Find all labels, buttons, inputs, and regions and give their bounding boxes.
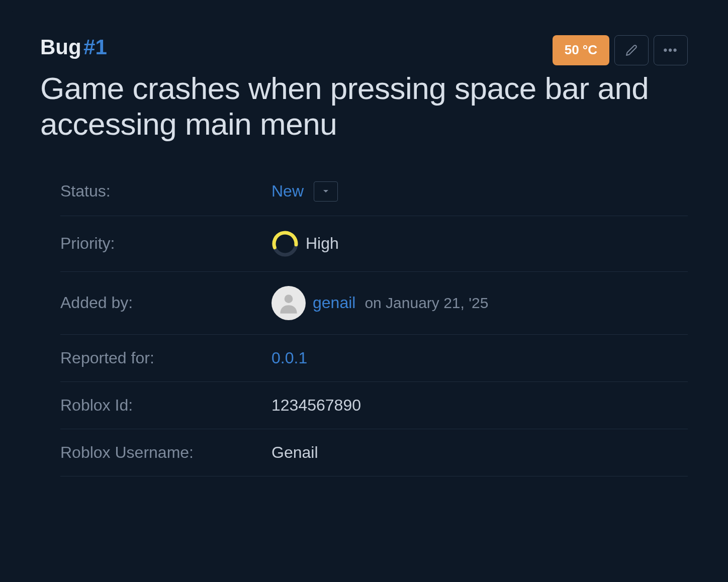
- dots-icon: •••: [663, 44, 678, 57]
- added-by-user-link[interactable]: genail: [313, 294, 355, 312]
- field-label-status: Status:: [60, 182, 271, 201]
- person-icon: [276, 290, 301, 316]
- field-reported-for: Reported for: 0.0.1: [60, 335, 688, 382]
- field-value-reported-for: 0.0.1: [271, 349, 307, 367]
- field-roblox-username: Roblox Username: Genail: [60, 429, 688, 476]
- status-dropdown-button[interactable]: [314, 181, 338, 202]
- field-value-roblox-username: Genail: [271, 443, 318, 462]
- reported-for-version-link[interactable]: 0.0.1: [271, 349, 307, 367]
- bug-card: Bug #1 50 °C ••• Game crashes when press…: [10, 10, 718, 502]
- bug-number[interactable]: #1: [83, 35, 107, 59]
- bug-title: Game crashes when pressing space bar and…: [40, 70, 688, 142]
- field-priority: Priority: High: [60, 216, 688, 272]
- field-label-added-by: Added by:: [60, 294, 271, 312]
- field-value-priority: High: [271, 230, 339, 257]
- bug-identifier: Bug #1: [40, 35, 107, 59]
- header-row: Bug #1 50 °C •••: [40, 35, 688, 65]
- status-value-link[interactable]: New: [271, 182, 304, 201]
- more-actions-button[interactable]: •••: [654, 35, 688, 65]
- field-value-status: New: [271, 181, 338, 202]
- field-status: Status: New: [60, 167, 688, 216]
- temperature-badge[interactable]: 50 °C: [553, 35, 609, 65]
- field-label-roblox-username: Roblox Username:: [60, 443, 271, 462]
- bug-type-label: Bug: [40, 35, 81, 59]
- avatar[interactable]: [271, 286, 306, 320]
- field-label-reported-for: Reported for:: [60, 349, 271, 367]
- priority-value-text: High: [306, 234, 339, 253]
- added-by-date: on January 21, '25: [365, 295, 488, 312]
- field-label-roblox-id: Roblox Id:: [60, 396, 271, 415]
- field-value-roblox-id: 1234567890: [271, 396, 361, 415]
- svg-point-2: [285, 295, 293, 303]
- priority-ring-icon: [271, 230, 299, 257]
- header-actions: 50 °C •••: [553, 35, 688, 65]
- field-roblox-id: Roblox Id: 1234567890: [60, 382, 688, 429]
- edit-button[interactable]: [614, 35, 649, 65]
- caret-down-icon: [323, 189, 329, 193]
- pencil-icon: [625, 44, 638, 56]
- field-label-priority: Priority:: [60, 234, 271, 253]
- fields-list: Status: New Priority: High Added by:: [60, 167, 688, 476]
- field-added-by: Added by: genail on January 21, '25: [60, 272, 688, 335]
- field-value-added-by: genail on January 21, '25: [271, 286, 488, 320]
